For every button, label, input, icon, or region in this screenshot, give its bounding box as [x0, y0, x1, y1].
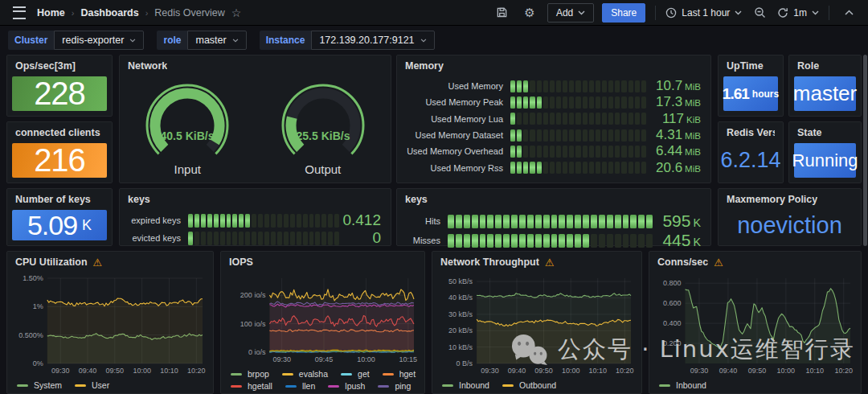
bar-cell [608, 146, 613, 158]
bar-cell [635, 129, 640, 142]
breadcrumb-dashboards[interactable]: Dashboards [80, 7, 138, 18]
legend-label: Inbound [459, 380, 489, 390]
legend-item-brpop[interactable]: brpop [231, 369, 269, 379]
chart-canvas[interactable]: 0 io/s100 io/s200 io/s09:3009:4510:0010:… [227, 273, 418, 364]
panel-header[interactable]: keys [120, 189, 391, 210]
legend-item-lpush[interactable]: lpush [328, 381, 365, 391]
breadcrumb-home[interactable]: Home [37, 7, 65, 18]
panel-header[interactable]: Redis Versio [719, 122, 783, 143]
bargauge-cells [510, 80, 648, 92]
network-throughput-chart[interactable]: 0 B/s10 kB/s20 kB/s30 kB/s40 kB/s50 kB/s… [439, 273, 635, 376]
zoom-out-icon[interactable] [750, 3, 769, 23]
add-button[interactable]: Add [547, 3, 594, 23]
bar-cell [527, 215, 534, 228]
panel-header[interactable]: Number of keys [7, 189, 112, 210]
filter-role: role master [157, 31, 246, 50]
chart-canvas[interactable]: 0%0.500%1%1.50%09:3009:4009:5010:0010:10… [14, 273, 207, 376]
bar-cell [602, 96, 607, 109]
bar-cell [201, 232, 206, 245]
keys-expired-bargauge: expired keys0.412evicted keys0 [128, 211, 381, 239]
bargauge-value: 117KiB [648, 111, 701, 127]
dashboard-scrollbar[interactable] [863, 55, 867, 246]
panel-header[interactable]: keys [397, 189, 710, 210]
gear-icon[interactable]: ⚙ [520, 3, 539, 23]
bar-cell [615, 162, 620, 174]
gauge-arc: 40.5 KiB/s [127, 80, 248, 164]
filter-cluster: Cluster redis-exporter [8, 31, 144, 50]
refresh-picker[interactable]: 1m [777, 7, 819, 18]
time-range-picker[interactable]: Last 1 hour [665, 7, 742, 18]
bar-cell [517, 129, 522, 142]
warning-icon[interactable]: ⚠ [714, 257, 723, 268]
star-icon[interactable]: ☆ [231, 7, 242, 18]
bar-cell [628, 162, 633, 174]
conns-sec-chart[interactable]: 0.2000.4000.6000.80009:3009:4009:5010:00… [656, 273, 854, 376]
bargauge-unit: MiB [685, 164, 701, 174]
panel-header[interactable]: State [789, 122, 861, 143]
bar-cell [315, 214, 320, 228]
bar-cell [188, 214, 193, 228]
legend-item-Inbound[interactable]: Inbound [659, 380, 706, 390]
bar-cell [556, 129, 561, 142]
bar-cell [583, 146, 588, 158]
legend-item-evalsha[interactable]: evalsha [282, 369, 328, 379]
panel-header[interactable]: Network [120, 55, 391, 76]
panel-redis-version: Redis Versio 6.2.14 [718, 121, 784, 183]
panel-header[interactable]: IOPS [221, 252, 424, 273]
bar-cell [523, 146, 528, 158]
panel-header[interactable]: Memory [397, 55, 710, 76]
svg-text:40 kB/s: 40 kB/s [448, 293, 473, 302]
cpu-chart[interactable]: 0%0.500%1%1.50%09:3009:4009:5010:0010:10… [14, 273, 207, 376]
bar-cell [232, 214, 237, 228]
legend-item-llen[interactable]: llen [285, 381, 315, 391]
filter-instance-select[interactable]: 172.139.20.177:9121 [311, 31, 434, 50]
filter-cluster-select[interactable]: redis-exporter [54, 31, 144, 50]
share-button[interactable]: Share [602, 3, 645, 23]
legend-item-System[interactable]: System [17, 380, 62, 390]
panel-header[interactable]: Maxmemory Policy [719, 189, 861, 210]
bar-cell [448, 234, 454, 248]
memory-bargauge: Used Memory10.7MiBUsed Memory Peak17.3Mi… [405, 78, 701, 176]
breadcrumb: Home › Dashboards › Redis Overview ☆ [37, 7, 241, 18]
legend-label: evalsha [299, 369, 328, 379]
chart-canvas[interactable]: 0 B/s10 kB/s20 kB/s30 kB/s40 kB/s50 kB/s… [439, 273, 635, 376]
bar-cell [510, 146, 515, 158]
legend-item-Inbound[interactable]: Inbound [442, 380, 489, 390]
bar-cell [220, 232, 225, 245]
warning-icon[interactable]: ⚠ [545, 257, 555, 268]
bar-cell [207, 214, 212, 228]
save-icon[interactable] [493, 3, 512, 23]
legend-item-hgetall[interactable]: hgetall [231, 381, 272, 391]
iops-chart[interactable]: 0 io/s100 io/s200 io/s09:3009:4510:0010:… [227, 273, 418, 364]
bar-cell [635, 162, 640, 174]
bar-cell [567, 234, 573, 248]
panel-header[interactable]: Role [789, 55, 861, 76]
legend-item-User[interactable]: User [75, 380, 109, 390]
bar-cell [537, 162, 542, 174]
panel-header[interactable]: Conns/sec ⚠ [649, 252, 861, 273]
panel-header[interactable]: UpTime [719, 55, 783, 76]
panel-title: connected clients [15, 127, 100, 138]
filter-label: role [157, 31, 187, 50]
menu-icon[interactable] [10, 3, 29, 23]
bar-cell [194, 214, 199, 228]
bar-cell [543, 215, 550, 228]
panel-header[interactable]: connected clients [7, 122, 112, 143]
svg-text:0.600: 0.600 [663, 299, 682, 307]
bargauge-unit: MiB [685, 147, 701, 157]
panel-header[interactable]: Ops/sec[3m] [7, 55, 112, 76]
svg-text:10:20: 10:20 [187, 367, 206, 375]
panel-header[interactable]: Network Throughput ⚠ [432, 252, 641, 273]
panel-header[interactable]: CPU Utilization ⚠ [7, 252, 213, 273]
chart-canvas[interactable]: 0.2000.4000.6000.80009:3009:4009:5010:00… [656, 273, 854, 376]
panel-title: keys [405, 194, 428, 205]
bargauge-label: Used Memory Dataset [405, 130, 510, 140]
legend-item-hget[interactable]: hget [383, 369, 416, 379]
legend-item-Outbound[interactable]: Outbound [502, 380, 556, 390]
collapse-topbar-icon[interactable] [839, 3, 858, 23]
filter-role-select[interactable]: master [187, 31, 246, 50]
warning-icon[interactable]: ⚠ [93, 257, 103, 268]
legend-item-get[interactable]: get [341, 369, 370, 379]
legend-item-ping[interactable]: ping [378, 381, 411, 391]
bar-cell [290, 232, 295, 245]
